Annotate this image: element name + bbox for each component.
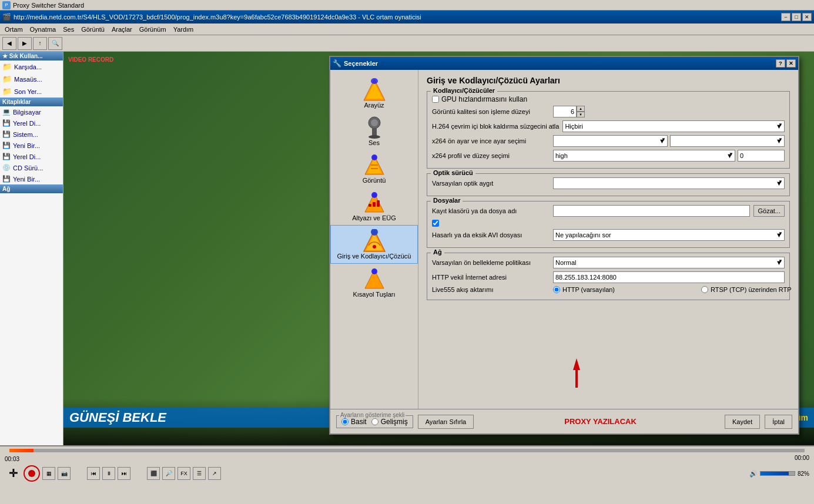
vlc-fx-btn[interactable]: FX [177, 467, 190, 480]
sidebar-item-bilgisayar[interactable]: 💻 Bilgisayar [0, 106, 63, 117]
http-vekil-input[interactable] [553, 271, 785, 283]
ag-group-label: Ağ [431, 248, 444, 256]
vlc-frame-btn[interactable]: ▦ [42, 467, 55, 480]
menu-goruntu[interactable]: Görüntü [78, 25, 108, 34]
sidebar-item-cd[interactable]: 💿 CD Sürü... [0, 162, 63, 173]
toolbar-back-btn[interactable]: ◀ [2, 37, 16, 50]
gpu-checkbox[interactable] [432, 96, 439, 103]
toolbar-up-btn[interactable]: ↑ [33, 37, 47, 50]
goruntu-kalitesi-input[interactable] [553, 106, 577, 117]
onbellekleme-select-wrapper: Normal ▼ [553, 257, 785, 268]
basit-radio[interactable] [341, 418, 349, 425]
gozat-button[interactable]: Gözat... [753, 205, 785, 217]
svg-rect-12 [369, 204, 371, 207]
vlc-record-btn[interactable] [24, 465, 40, 482]
spinbox-down[interactable]: ▼ [577, 112, 585, 117]
h264-dropdown-icon: ▼ [776, 123, 782, 130]
dialog-title-buttons: ? ✕ [776, 59, 796, 68]
x264-profil-row: x264 profil ve düzey seçimi high ▼ [432, 150, 785, 162]
optik-select[interactable]: ▼ [553, 177, 785, 189]
h264-row: H.264 çevrim içi blok kaldırma süzgecini… [432, 120, 785, 132]
nav-item-altyazi[interactable]: Altyazı ve EÜG [330, 187, 418, 225]
toolbar-forward-btn[interactable]: ▶ [18, 37, 32, 50]
menu-oynatma[interactable]: Oynatma [26, 25, 60, 34]
computer-icon: 💻 [2, 108, 11, 116]
x264-profil-label: x264 profil ve düzey seçimi [432, 152, 550, 159]
vlc-minimize-btn[interactable]: − [781, 13, 790, 21]
menu-yardim[interactable]: Yardım [170, 25, 197, 34]
gelismis-radio[interactable] [371, 418, 378, 425]
hasarli-avi-label: Hasarlı ya da eksik AVI dosyası [432, 231, 550, 238]
x264-profil-input[interactable] [738, 150, 785, 162]
nav-item-goruntu[interactable]: Görüntü [330, 150, 418, 187]
vlc-crosshair-btn[interactable]: ✛ [5, 465, 21, 482]
vlc-aspect-btn[interactable]: ⬛ [147, 467, 160, 480]
x264-on-select2[interactable]: ▼ [670, 135, 785, 147]
dialog-help-btn[interactable]: ? [776, 59, 785, 68]
goruntu-icon [363, 153, 386, 177]
sidebar-item-yerel1[interactable]: 💾 Yerel Di... [0, 117, 63, 129]
kayit-klasoru-input[interactable] [553, 205, 750, 217]
toolbar-search-btn[interactable]: 🔍 [48, 37, 62, 50]
sidebar-item-sistem[interactable]: 💾 Sistem... [0, 129, 63, 140]
rtsp-radio[interactable] [701, 286, 708, 293]
sidebar-label-bilgisayar: Bilgisayar [13, 109, 41, 116]
optik-aygit-row: Varsayılan optik aygıt ▼ [432, 177, 785, 189]
vlc-zoom-btn[interactable]: 🔎 [162, 467, 175, 480]
cancel-button[interactable]: İptal [765, 415, 792, 429]
x264-on-select1[interactable]: ▼ [553, 135, 668, 147]
spinbox-up[interactable]: ▲ [577, 106, 585, 112]
video-title-main: GÜNEŞİ BEKLE [69, 410, 166, 425]
save-button[interactable]: Kaydet [725, 415, 760, 429]
arrow-up [573, 358, 580, 370]
dialog-body: Arayüz Ses Görün [330, 70, 798, 409]
onbellekleme-select[interactable]: Normal ▼ [553, 257, 785, 268]
hasarli-checkbox[interactable] [432, 220, 439, 227]
dialog-close-btn[interactable]: ✕ [786, 59, 796, 68]
sidebar-item-son-yer[interactable]: 📁 Son Yer... [0, 85, 63, 98]
nav-item-giris[interactable]: Giriş ve Kodlayıcı/Çözücü [330, 225, 418, 264]
vlc-ext-btn[interactable]: ↗ [208, 467, 221, 480]
vlc-playlist-btn[interactable]: ☰ [193, 467, 206, 480]
sidebar-label-yerel2: Yerel Di... [13, 153, 41, 160]
kodlayici-group-label: Kodlayıcı/Çözücüler [431, 87, 497, 94]
folder-icon: 📁 [2, 62, 12, 71]
onbellekleme-value: Normal [555, 259, 576, 266]
sidebar-item-masaustu[interactable]: 📁 Masaüs... [0, 73, 63, 85]
vlc-maximize-btn[interactable]: □ [792, 13, 801, 21]
altyazi-icon [363, 191, 386, 214]
nav-item-arayuz[interactable]: Arayüz [330, 75, 418, 112]
nav-item-ses[interactable]: Ses [330, 112, 418, 150]
menu-araclar[interactable]: Araçlar [108, 25, 136, 34]
vlc-progress-bar[interactable] [9, 449, 805, 452]
reset-button[interactable]: Ayarları Sıfırla [418, 415, 474, 429]
nav-label-ses: Ses [369, 139, 380, 146]
http-radio[interactable] [553, 286, 560, 293]
hasarli-select[interactable]: Ne yapılacağını sor ▼ [553, 229, 785, 241]
x264-profil-select[interactable]: high ▼ [553, 150, 735, 162]
nav-item-kisayol[interactable]: Kısayol Tuşları [330, 264, 418, 301]
menu-ortam[interactable]: Ortam [1, 25, 26, 34]
vlc-volume-slider[interactable] [760, 471, 795, 476]
vlc-next-btn[interactable]: ⏭ [118, 467, 130, 480]
vlc-prev-btn[interactable]: ⏮ [87, 467, 100, 480]
menu-gorunum[interactable]: Görünüm [136, 25, 170, 34]
vlc-snapshot-btn[interactable]: 📷 [58, 467, 71, 480]
proxy-switcher-title: Proxy Switcher Standard [13, 2, 84, 9]
sidebar-item-yeni1[interactable]: 💾 Yeni Bir... [0, 140, 63, 151]
vlc-window-title: http://media.netd.com.tr/S4/HLS_VOD/1727… [14, 14, 781, 21]
dialog-nav: Arayüz Ses Görün [330, 70, 418, 409]
goruntu-kalitesi-row: Görüntü kalitesi son işleme düzeyi ▲ ▼ [432, 106, 785, 117]
onbellekleme-label: Varsayılan ön bellekleme politikası [432, 259, 550, 266]
sidebar-item-karsidam[interactable]: 📁 Karşıda... [0, 61, 63, 73]
dialog-footer: Ayarların gösterime şekli Basit Gelişmiş… [330, 409, 798, 434]
sidebar-item-yeni2[interactable]: 💾 Yeni Bir... [0, 173, 63, 184]
menu-ses[interactable]: Ses [59, 25, 78, 34]
h264-select[interactable]: Hiçbiri ▼ [562, 120, 785, 132]
optik-group: Optik sürücü Varsayılan optik aygıt ▼ [427, 173, 790, 196]
vlc-close-btn[interactable]: ✕ [802, 13, 812, 21]
vlc-stop-btn[interactable]: ⏸ [102, 467, 115, 480]
arrow-shaft [575, 370, 578, 388]
vlc-buttons-row: ✛ ▦ 📷 ⏮ ⏸ ⏭ ⬛ 🔎 FX ☰ ↗ 🔊 82% [0, 464, 814, 483]
sidebar-item-yerel2[interactable]: 💾 Yerel Di... [0, 151, 63, 162]
